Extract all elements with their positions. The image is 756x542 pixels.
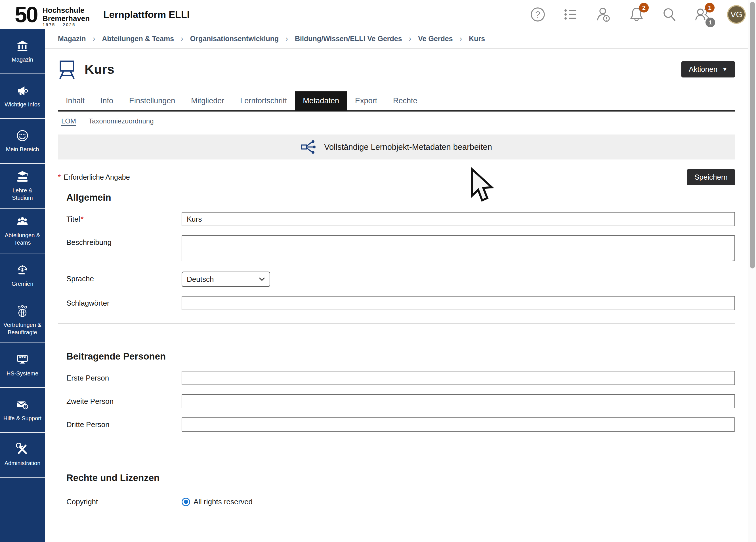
svg-text:***: *** [19, 354, 26, 362]
sidebar-item-abteilungen-teams[interactable]: Abteilungen & Teams [0, 209, 45, 253]
tab-inhalt[interactable]: Inhalt [58, 91, 93, 110]
form-row-first-person: Erste Person [58, 371, 735, 385]
copyright-option-label: All rights reserved [194, 497, 253, 506]
scrollbar-thumb[interactable] [750, 2, 755, 268]
megaphone-icon [16, 84, 29, 97]
title-label: Titel* [66, 212, 182, 224]
chevron-down-icon [259, 277, 265, 281]
tab-info[interactable]: Info [93, 91, 121, 110]
subtab-lom[interactable]: LOM [61, 117, 76, 126]
sidebar-item-label: Abteilungen & Teams [2, 232, 43, 246]
save-button[interactable]: Speichern [687, 169, 735, 185]
share-nodes-icon [301, 140, 317, 154]
sidebar-item-label: Gremien [12, 280, 33, 287]
notifications-button[interactable]: 2 [628, 6, 645, 23]
course-icon [58, 59, 76, 79]
contacts-total-badge: 1 [705, 18, 715, 27]
section-divider [58, 445, 735, 445]
tab-metadaten[interactable]: Metadaten [295, 91, 347, 110]
logo-50: 50 [15, 2, 37, 28]
title-input[interactable] [182, 212, 735, 226]
sidebar-item-mein-bereich[interactable]: Mein Bereich [0, 119, 45, 164]
copyright-label: Copyright [66, 497, 182, 506]
language-select-value: Deutsch [187, 275, 214, 284]
sidebar-item-gremien[interactable]: Gremien [0, 253, 45, 298]
help-icon: ? [530, 7, 546, 22]
tab-lernfortschritt[interactable]: Lernfortschritt [232, 91, 295, 110]
sidebar-item-magazin[interactable]: Magazin [0, 29, 45, 74]
user-alert-icon [595, 6, 612, 23]
second-person-label: Zweite Person [66, 394, 182, 406]
third-person-input[interactable] [182, 417, 735, 432]
form-row-keywords: Schlagwörter [58, 296, 735, 310]
monitor-password-icon: *** [16, 353, 29, 366]
tab-rechte[interactable]: Rechte [385, 91, 425, 110]
sidebar-item-label: Lehre & Studium [2, 187, 43, 201]
scrollbar-track[interactable] [748, 0, 756, 542]
breadcrumb-item[interactable]: Bildung/Wissen/ELLI Ve Gerdes [295, 35, 402, 43]
actions-button[interactable]: Aktionen▼ [681, 61, 735, 77]
page-title: Kurs [85, 62, 114, 77]
keywords-input[interactable] [182, 296, 735, 310]
breadcrumb: Magazin › Abteilungen & Teams › Organisa… [45, 29, 748, 49]
search-button[interactable] [661, 6, 678, 23]
help-button[interactable]: ? [530, 6, 546, 23]
logo-name-line1: Hochschule [43, 6, 84, 14]
breadcrumb-item[interactable]: Organisationsentwicklung [190, 35, 279, 43]
avatar[interactable]: VG [727, 5, 746, 24]
who-is-online-button[interactable] [595, 6, 612, 23]
language-select[interactable]: Deutsch [182, 272, 270, 287]
mail-question-icon: ? [16, 398, 29, 411]
edit-full-metadata-banner[interactable]: Vollständige Lernobjekt-Metadaten bearbe… [58, 135, 735, 159]
chevron-right-icon: › [285, 34, 288, 43]
sidebar-item-hs-systeme[interactable]: *** HS-Systeme [0, 343, 45, 388]
sidebar-item-label: Administration [5, 459, 41, 467]
svg-text:?: ? [24, 405, 26, 409]
description-textarea[interactable] [182, 235, 735, 261]
sidebar-item-label: Magazin [12, 56, 33, 63]
copyright-radio[interactable] [182, 498, 190, 506]
smiley-icon [16, 129, 29, 142]
form-row-title: Titel* [58, 212, 735, 226]
description-label: Beschreibung [66, 235, 182, 247]
form-header-row: * Erforderliche Angabe Speichern [58, 169, 735, 185]
breadcrumb-item[interactable]: Ve Gerdes [418, 35, 453, 43]
header-toolbar: ? [530, 5, 746, 24]
app-title: Lernplattform ELLI [103, 9, 190, 20]
contacts-button[interactable]: 1 1 [694, 6, 711, 23]
first-person-input[interactable] [182, 371, 735, 385]
sidebar-item-label: Wichtige Infos [5, 101, 40, 108]
tab-mitglieder[interactable]: Mitglieder [183, 91, 232, 110]
tools-icon [16, 443, 29, 456]
tab-export[interactable]: Export [347, 91, 385, 110]
form-row-third-person: Dritte Person [58, 417, 735, 432]
sidebar-item-administration[interactable]: Administration [0, 433, 45, 478]
main-sidebar: Magazin Wichtige Infos Mein Bereich [0, 29, 45, 542]
required-marker: * [81, 215, 83, 223]
people-group-icon [16, 215, 29, 228]
subtab-bar: LOM Taxonomiezuordnung [58, 112, 735, 126]
sidebar-item-vertretungen-beauftragte[interactable]: Vertretungen & Beauftragte [0, 298, 45, 343]
sidebar-item-hilfe-support[interactable]: ? Hilfe & Support [0, 388, 45, 433]
section-heading-rights: Rechte und Lizenzen [66, 472, 735, 483]
second-person-input[interactable] [182, 394, 735, 408]
main-area: Magazin › Abteilungen & Teams › Organisa… [45, 29, 748, 542]
chevron-right-icon: › [181, 34, 183, 43]
logo-years: 1975 – 2025 [43, 22, 75, 27]
page-title-row: Kurs Aktionen▼ [58, 59, 735, 79]
globe-people-icon [16, 305, 29, 318]
form-row-description: Beschreibung [58, 235, 735, 262]
list-button[interactable] [562, 6, 579, 23]
form-row-second-person: Zweite Person [58, 394, 735, 408]
subtab-taxonomiezuordnung[interactable]: Taxonomiezuordnung [89, 117, 154, 126]
sidebar-item-lehre-studium[interactable]: Lehre & Studium [0, 164, 45, 209]
top-header: 50 HochschuleBremerhaven 1975 – 2025 Ler… [0, 0, 756, 29]
breadcrumb-item-current[interactable]: Kurs [469, 35, 485, 43]
tab-einstellungen[interactable]: Einstellungen [121, 91, 183, 110]
breadcrumb-item[interactable]: Magazin [58, 35, 86, 43]
committee-icon [16, 264, 29, 277]
sidebar-item-wichtige-infos[interactable]: Wichtige Infos [0, 74, 45, 119]
tab-bar: Inhalt Info Einstellungen Mitglieder Ler… [58, 91, 735, 112]
breadcrumb-item[interactable]: Abteilungen & Teams [102, 35, 174, 43]
keywords-label: Schlagwörter [66, 296, 182, 308]
